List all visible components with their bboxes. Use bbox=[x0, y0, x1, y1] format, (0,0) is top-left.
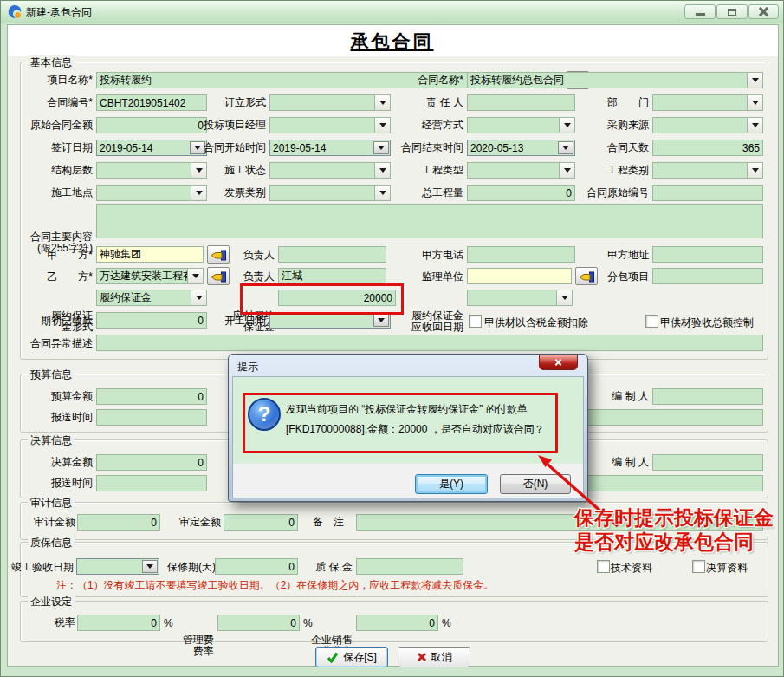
party-a-address-label: 甲方地址 bbox=[583, 250, 649, 261]
chevron-down-icon[interactable] bbox=[191, 290, 206, 305]
sign-date-picker[interactable]: 2019-05-14 bbox=[96, 140, 207, 156]
acceptance-date-picker[interactable] bbox=[76, 558, 159, 575]
construction-status-combo[interactable] bbox=[269, 162, 391, 179]
start-date-picker[interactable]: 2019-05-14 bbox=[269, 140, 391, 156]
end-date-picker[interactable]: 2020-05-13 bbox=[467, 140, 575, 156]
start-date-label: 合同开始时间 bbox=[200, 142, 266, 153]
floors-combo[interactable] bbox=[96, 162, 207, 179]
party-b-manager-field[interactable]: 江城 bbox=[278, 268, 386, 284]
party-a-phone-field[interactable] bbox=[467, 246, 575, 263]
contract-no-field[interactable]: CBHT2019051402 bbox=[96, 94, 207, 111]
party-a-address-field[interactable] bbox=[652, 246, 763, 263]
audit-remark-label: 备 注 bbox=[304, 517, 344, 528]
location-combo[interactable] bbox=[96, 185, 207, 201]
party-a-manager-field[interactable] bbox=[278, 246, 386, 263]
original-no-field[interactable] bbox=[652, 185, 763, 201]
close-button[interactable] bbox=[748, 4, 779, 19]
dialog-title: 提示 bbox=[237, 360, 258, 374]
invoice-type-combo[interactable] bbox=[269, 185, 391, 201]
dialog-yes-button[interactable]: 是(Y) bbox=[415, 474, 488, 494]
chevron-down-icon[interactable] bbox=[373, 314, 389, 327]
chevron-down-icon[interactable] bbox=[747, 163, 762, 178]
responsible-field[interactable] bbox=[467, 94, 575, 111]
annotation-caption-line1: 保存时提示投标保证金 bbox=[574, 505, 774, 530]
audit-amount-field[interactable]: 0 bbox=[77, 514, 160, 531]
chevron-down-icon[interactable] bbox=[142, 560, 158, 573]
sign-date-label: 签订日期 bbox=[22, 142, 93, 153]
total-quantity-field[interactable]: 0 bbox=[467, 185, 575, 201]
budget-submit-field[interactable] bbox=[96, 409, 207, 426]
commence-date-label: 开工日期 bbox=[200, 316, 266, 327]
checkbox-acceptance-control-label: 甲供材验收总额控制 bbox=[660, 316, 754, 330]
final-amount-field[interactable]: 0 bbox=[96, 454, 207, 471]
checkbox-tax-deduct[interactable] bbox=[469, 315, 482, 328]
party-b-combo[interactable]: 万达建筑安装工程有 bbox=[96, 268, 204, 284]
initial-received-field[interactable]: 0 bbox=[96, 312, 207, 329]
floors-label: 结构层数 bbox=[22, 165, 93, 176]
party-a-field[interactable]: 神驰集团 bbox=[96, 246, 204, 263]
group-basic-label: 基本信息 bbox=[28, 55, 75, 70]
end-date-label: 合同结束时间 bbox=[398, 142, 463, 153]
final-amount-label: 决算金额 bbox=[22, 457, 93, 468]
app-window: 新建-承包合同 承包合同 基本信息 项目名称* 投标转履约 合同名称* 投标转履… bbox=[0, 0, 784, 677]
annotation-caption-line2: 是否对应改承包合同 bbox=[574, 530, 754, 554]
business-mode-combo[interactable] bbox=[467, 117, 575, 133]
bid-manager-combo[interactable] bbox=[269, 117, 391, 133]
final-compiler-field[interactable] bbox=[652, 454, 763, 471]
chevron-down-icon[interactable] bbox=[559, 163, 574, 178]
approved-amount-field[interactable]: 0 bbox=[224, 514, 298, 531]
minimize-button[interactable] bbox=[684, 4, 716, 19]
chevron-down-icon[interactable] bbox=[374, 186, 390, 200]
warranty-days-field[interactable]: 0 bbox=[215, 558, 298, 575]
supervisor-field[interactable] bbox=[467, 268, 572, 284]
purchase-source-label: 采购来源 bbox=[583, 120, 649, 131]
sales-fee-field[interactable]: 0 bbox=[356, 615, 438, 631]
window-title: 新建-承包合同 bbox=[26, 5, 92, 20]
main-content-label: 合同主要内容(限255字符) bbox=[22, 209, 93, 277]
deposit-return-date-combo[interactable] bbox=[467, 290, 573, 306]
original-amount-field[interactable]: 0 bbox=[96, 117, 207, 133]
maximize-button[interactable] bbox=[716, 4, 748, 19]
tax-rate-field[interactable]: 0 bbox=[77, 615, 160, 631]
chevron-down-icon[interactable] bbox=[374, 95, 390, 110]
project-category-combo[interactable] bbox=[652, 162, 763, 179]
checkbox-settle-docs[interactable] bbox=[692, 560, 705, 573]
chevron-down-icon[interactable] bbox=[559, 118, 574, 133]
final-submit-field[interactable] bbox=[96, 475, 207, 491]
chevron-down-icon[interactable] bbox=[373, 141, 389, 154]
deposit-form-combo[interactable]: 履约保证金 bbox=[96, 290, 207, 306]
chevron-down-icon[interactable] bbox=[187, 269, 203, 283]
project-type-combo[interactable] bbox=[467, 162, 575, 179]
subcontract-field[interactable] bbox=[652, 268, 763, 284]
titlebar: 新建-承包合同 bbox=[1, 1, 783, 23]
checkbox-tech-docs[interactable] bbox=[597, 560, 610, 573]
save-button[interactable]: 保存[S] bbox=[315, 647, 388, 667]
group-budget-label: 预算信息 bbox=[28, 368, 75, 382]
department-combo[interactable] bbox=[652, 94, 763, 111]
mgmt-fee-field[interactable]: 0 bbox=[217, 615, 300, 631]
contract-days-field[interactable]: 365 bbox=[652, 140, 763, 156]
dialog-close-button[interactable] bbox=[539, 355, 578, 370]
chevron-down-icon[interactable] bbox=[747, 95, 762, 110]
budget-compiler-field[interactable] bbox=[652, 388, 763, 405]
chevron-down-icon[interactable] bbox=[747, 73, 762, 88]
warranty-money-field[interactable] bbox=[356, 558, 463, 575]
chevron-down-icon[interactable] bbox=[556, 290, 572, 305]
prompt-dialog: 提示 ? 发现当前项目的 “投标保证金转履约保证金” 的付款单 [FKD1700… bbox=[228, 354, 588, 502]
dialog-no-button[interactable]: 否(N) bbox=[500, 474, 571, 494]
abnormal-desc-field[interactable] bbox=[96, 335, 763, 351]
form-type-combo[interactable] bbox=[269, 94, 391, 111]
checkbox-acceptance-control[interactable] bbox=[645, 315, 658, 328]
budget-amount-field[interactable]: 0 bbox=[96, 388, 207, 405]
purchase-source-combo[interactable] bbox=[652, 117, 763, 133]
group-audit-label: 审计信息 bbox=[28, 496, 75, 511]
business-mode-label: 经营方式 bbox=[398, 120, 463, 131]
chevron-down-icon[interactable] bbox=[558, 141, 573, 154]
chevron-down-icon[interactable] bbox=[374, 118, 390, 133]
close-icon bbox=[758, 6, 769, 17]
chevron-down-icon[interactable] bbox=[374, 163, 390, 178]
cancel-button[interactable]: 取消 bbox=[398, 647, 470, 667]
chevron-down-icon[interactable] bbox=[747, 118, 762, 133]
main-content-textarea[interactable] bbox=[96, 204, 763, 238]
contract-name-combo[interactable]: 投标转履约总包合同 bbox=[467, 72, 763, 88]
